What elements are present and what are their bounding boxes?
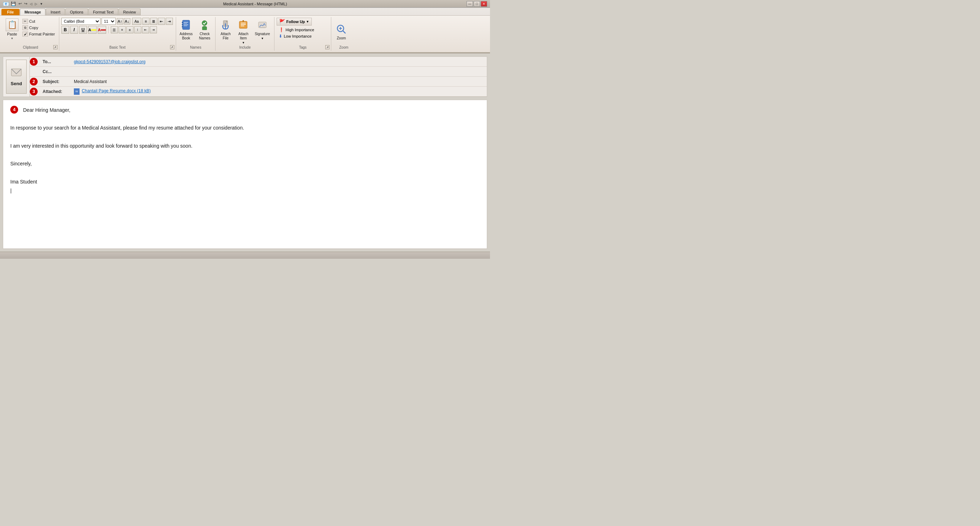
body-line4 (10, 133, 480, 141)
paste-dropdown[interactable]: ▼ (11, 37, 13, 40)
decrease-indent-btn[interactable]: ⇤ (142, 26, 149, 33)
follow-up-dropdown[interactable]: ▼ (306, 20, 309, 24)
save-quick-btn[interactable]: 💾 (10, 2, 17, 6)
align-right-btn[interactable]: ≡ (126, 26, 134, 33)
body-line6 (10, 151, 480, 159)
quick-access-toolbar: 💾 ↩ ↪ ◁ ▷ ▼ (10, 2, 44, 6)
attach-item-dropdown[interactable]: ▼ (242, 41, 245, 44)
signature-button[interactable]: Signature ▼ (253, 18, 271, 41)
body-line2 (10, 114, 480, 124)
attach-file-button[interactable]: AttachFile (218, 18, 233, 41)
svg-rect-7 (184, 25, 187, 26)
underline-button[interactable]: U (79, 26, 87, 34)
subject-value[interactable]: Medical Assistant (72, 78, 487, 86)
body-line5: I am very interested in this opportunity… (10, 141, 480, 151)
follow-up-icon: 🚩 (279, 19, 285, 24)
highlight-color-btn[interactable]: A (88, 26, 97, 34)
to-email-link[interactable]: gkpcd-5429091537@job.craigslist.org (74, 59, 146, 64)
indent-dec-btn[interactable]: ⇤ (158, 18, 165, 25)
svg-rect-6 (184, 24, 188, 25)
check-names-icon (198, 19, 211, 31)
divider (108, 26, 109, 33)
maximize-btn[interactable]: □ (474, 1, 480, 7)
body-line1-row: 4 Dear Hiring Manager, (10, 106, 480, 114)
clear-format-btn[interactable]: Aa (132, 18, 141, 25)
quick-access-dropdown[interactable]: ▼ (39, 2, 44, 6)
redo-btn2[interactable]: ▷ (34, 2, 38, 6)
indent-inc-btn[interactable]: ⇥ (166, 18, 173, 25)
align-left-btn[interactable]: ☰ (111, 26, 118, 33)
send-icon (11, 67, 22, 79)
tab-format-text[interactable]: Format Text (88, 8, 118, 15)
tab-options[interactable]: Options (65, 8, 88, 15)
subject-label: Subject: (40, 78, 72, 86)
zoom-group-label: Zoom (331, 45, 356, 49)
attached-row: 3 Attached: W Chantail Page Resume.docx … (30, 87, 487, 97)
address-book-button[interactable]: AddressBook (178, 18, 194, 41)
follow-up-button[interactable]: 🚩 Follow Up ▼ (277, 18, 312, 25)
attach-item-icon (237, 19, 250, 31)
svg-rect-1 (182, 22, 183, 23)
increase-indent-btn[interactable]: ⇥ (150, 26, 157, 33)
cut-button[interactable]: ✂ Cut (21, 19, 56, 24)
signature-icon (256, 19, 269, 31)
step-4-badge: 4 (10, 106, 18, 114)
align-center-btn[interactable]: ≡ (119, 26, 126, 33)
svg-rect-3 (182, 26, 183, 27)
attach-item-label: AttachItem (238, 32, 248, 40)
email-header: Send 1 To... gkpcd-5429091537@job.craigs… (3, 56, 487, 97)
status-bar (0, 252, 490, 259)
signature-dropdown[interactable]: ▼ (261, 37, 264, 40)
align-justify-btn[interactable]: ⁞ (134, 26, 141, 33)
bullet-list-btn[interactable]: ≡ (142, 18, 150, 25)
italic-button[interactable]: I (70, 26, 78, 34)
zoom-icon (335, 23, 348, 35)
minimize-btn[interactable]: — (466, 1, 473, 7)
grow-font-btn[interactable]: A↑ (117, 18, 123, 24)
check-names-button[interactable]: CheckNames (197, 18, 212, 41)
copy-button[interactable]: ⧉ Copy (21, 25, 56, 30)
low-importance-button[interactable]: ⬇ Low Importance (277, 33, 317, 39)
high-importance-button[interactable]: ❗ High Importance (277, 27, 317, 33)
zoom-button[interactable]: Zoom (333, 22, 349, 41)
attached-filename-link[interactable]: Chantail Page Resume.docx (18 kB) (82, 88, 151, 93)
tab-review[interactable]: Review (119, 8, 141, 15)
tab-message[interactable]: Message (20, 8, 45, 15)
tab-insert[interactable]: Insert (46, 8, 65, 15)
attach-item-button[interactable]: AttachItem ▼ (235, 18, 251, 45)
svg-rect-2 (182, 24, 183, 25)
font-size-select[interactable]: 11 (102, 18, 116, 25)
shrink-font-btn[interactable]: A↓ (124, 18, 130, 24)
clipboard-expand[interactable]: ↗ (53, 45, 57, 49)
cut-label: Cut (29, 19, 35, 24)
message-body[interactable]: 4 Dear Hiring Manager, In response to yo… (3, 100, 487, 249)
undo-btn[interactable]: ↩ (18, 2, 22, 6)
bold-button[interactable]: B (61, 26, 69, 34)
font-select[interactable]: Calibri (Bod (61, 18, 100, 25)
low-importance-label: Low Importance (284, 34, 312, 38)
include-group: AttachFile AttachItem ▼ (216, 17, 274, 51)
to-label[interactable]: To... (40, 58, 72, 66)
svg-rect-21 (11, 69, 21, 76)
follow-up-label: Follow Up (286, 19, 305, 24)
tags-expand[interactable]: ↗ (325, 45, 329, 49)
email-fields: 1 To... gkpcd-5429091537@job.craigslist.… (29, 57, 487, 97)
paste-button[interactable]: 📋 Paste ▼ (4, 18, 20, 41)
redo-btn[interactable]: ↪ (24, 2, 28, 6)
cc-label[interactable]: Cc... (40, 68, 72, 76)
tab-file[interactable]: File (2, 9, 19, 15)
basic-text-expand[interactable]: ↗ (170, 45, 174, 49)
attach-file-icon (219, 19, 232, 31)
undo-btn2[interactable]: ◁ (29, 2, 33, 6)
paste-label: Paste (7, 32, 17, 36)
font-color-btn[interactable]: A (98, 26, 106, 34)
window-controls: — □ ✕ (466, 1, 487, 7)
high-importance-icon: ❗ (279, 27, 284, 32)
close-btn[interactable]: ✕ (481, 1, 487, 7)
format-painter-button[interactable]: 🖌 Format Painter (21, 31, 56, 37)
to-value: gkpcd-5429091537@job.craigslist.org (72, 58, 487, 66)
send-button[interactable]: Send (6, 60, 27, 94)
svg-rect-14 (241, 25, 244, 26)
cc-value[interactable] (72, 70, 487, 73)
number-list-btn[interactable]: ≣ (150, 18, 157, 25)
